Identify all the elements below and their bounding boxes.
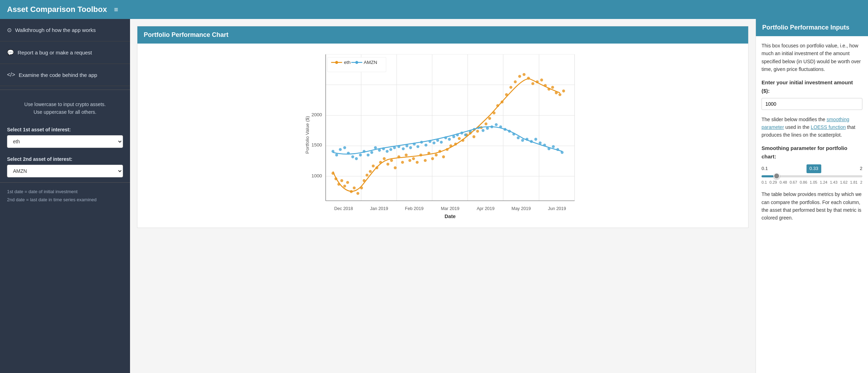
investment-label: Enter your initial investment amount ($)… <box>762 78 862 95</box>
slider-desc-mid: used in the <box>784 124 811 130</box>
comment-icon: 💬 <box>7 49 14 56</box>
slider-current-value: 0.33 <box>807 164 821 173</box>
svg-text:Feb 2019: Feb 2019 <box>405 206 423 211</box>
slider-description: The slider below modifies the smoothing … <box>762 116 862 139</box>
svg-point-48 <box>405 153 408 156</box>
svg-point-69 <box>485 123 487 125</box>
svg-point-31 <box>346 181 349 184</box>
svg-point-85 <box>551 86 554 89</box>
slider-ticks: 0.1 0.29 0.48 0.67 0.86 1.05 1.24 1.43 1… <box>762 179 862 186</box>
investment-input[interactable] <box>762 98 862 110</box>
svg-point-56 <box>435 153 438 156</box>
svg-point-120 <box>452 135 455 138</box>
svg-point-38 <box>369 170 372 173</box>
chart-panel: Portfolio Performance Chart <box>137 26 749 228</box>
asset2-section: Select 2nd asset of interest: AMZN AAPL … <box>0 153 130 182</box>
sidebar-item-examine-code[interactable]: </> Examine the code behind the app <box>0 64 130 86</box>
slider-min-label: 0.1 <box>762 165 768 172</box>
slider-container: 0.1 0.33 2 0.1 0.29 0.48 0.67 0.86 1.05 … <box>762 164 862 185</box>
svg-point-76 <box>514 80 517 83</box>
right-panel-body: This box focuses on portfolio value, i.e… <box>756 36 868 233</box>
svg-point-78 <box>523 73 525 76</box>
svg-point-151 <box>355 61 358 64</box>
chart-body: 1000 1500 2000 Portfolio Value ($) Dec 2… <box>137 44 748 228</box>
svg-point-47 <box>401 161 404 164</box>
svg-text:2000: 2000 <box>311 112 322 117</box>
svg-text:1000: 1000 <box>311 173 322 178</box>
svg-point-119 <box>448 138 451 140</box>
svg-point-143 <box>552 145 555 148</box>
svg-point-123 <box>464 133 467 136</box>
slider-track <box>762 175 862 177</box>
sidebar: ⊙ Walkthrough of how the app works 💬 Rep… <box>0 19 130 373</box>
svg-point-39 <box>372 164 375 167</box>
svg-point-96 <box>359 153 362 156</box>
github-icon: ⊙ <box>7 27 12 33</box>
asset1-select[interactable]: eth btc AAPL <box>7 135 123 148</box>
sidebar-item-report-bug-label: Report a bug or make a request <box>18 50 92 55</box>
svg-point-113 <box>425 144 427 146</box>
svg-point-51 <box>416 161 419 164</box>
slider-thumb <box>773 173 780 179</box>
svg-point-43 <box>387 163 389 165</box>
svg-point-80 <box>531 82 534 85</box>
svg-point-87 <box>558 93 561 96</box>
chart-panel-header: Portfolio Performance Chart <box>137 26 748 44</box>
svg-point-75 <box>510 86 512 89</box>
svg-point-34 <box>356 192 359 195</box>
sidebar-item-walkthrough-label: Walkthrough of how the app works <box>15 27 96 33</box>
info-text-2: Use uppercase for all others. <box>7 108 123 116</box>
svg-point-139 <box>534 138 537 140</box>
portfolio-chart-svg: 1000 1500 2000 Portfolio Value ($) Dec 2… <box>141 47 745 223</box>
svg-point-95 <box>355 157 358 160</box>
svg-point-77 <box>518 75 521 78</box>
svg-point-50 <box>412 157 415 160</box>
svg-point-58 <box>442 155 445 158</box>
svg-text:eth: eth <box>344 60 351 65</box>
svg-point-115 <box>433 142 435 144</box>
svg-point-45 <box>394 166 396 169</box>
loess-function-link[interactable]: LOESS function <box>811 124 846 130</box>
svg-point-117 <box>440 141 443 144</box>
svg-rect-146 <box>328 57 386 72</box>
svg-text:Jun 2019: Jun 2019 <box>548 206 566 211</box>
svg-point-100 <box>374 146 377 149</box>
svg-point-37 <box>365 174 368 176</box>
svg-text:AMZN: AMZN <box>364 60 377 65</box>
svg-point-128 <box>486 127 489 130</box>
svg-text:Dec 2018: Dec 2018 <box>334 206 353 211</box>
svg-point-53 <box>424 159 427 162</box>
svg-point-107 <box>402 147 404 150</box>
date-info-1: 1st date = date of initial investment <box>7 188 123 196</box>
svg-point-42 <box>383 157 386 160</box>
svg-point-62 <box>458 137 461 140</box>
svg-text:May 2019: May 2019 <box>511 206 531 211</box>
svg-text:Mar 2019: Mar 2019 <box>441 206 459 211</box>
svg-rect-0 <box>326 54 575 201</box>
table-description: The table below provides metrics by whic… <box>762 190 862 222</box>
svg-text:Portfolio Value ($): Portfolio Value ($) <box>305 116 310 153</box>
sidebar-item-report-bug[interactable]: 💬 Report a bug or make a request <box>0 41 130 64</box>
svg-point-104 <box>389 148 392 151</box>
svg-point-130 <box>495 123 498 126</box>
svg-point-103 <box>386 150 389 153</box>
sidebar-info: Use lowercase to input crypto assets. Us… <box>0 93 130 123</box>
right-panel-description: This box focuses on portfolio value, i.e… <box>762 42 862 73</box>
slider-desc-prefix: The slider below modifies the <box>762 117 827 122</box>
asset2-select[interactable]: AMZN AAPL GOOG <box>7 165 123 177</box>
svg-text:Date: Date <box>445 214 456 220</box>
info-text-1: Use lowercase to input crypto assets. <box>7 100 123 108</box>
menu-icon[interactable]: ≡ <box>114 6 118 14</box>
svg-point-111 <box>416 145 419 148</box>
right-panel-header: Portfolio Performance Inputs <box>756 19 868 36</box>
svg-point-66 <box>472 135 475 138</box>
svg-point-92 <box>343 146 346 149</box>
svg-point-33 <box>353 186 356 189</box>
svg-point-67 <box>476 130 479 132</box>
svg-point-49 <box>408 159 411 162</box>
asset2-label: Select 2nd asset of interest: <box>7 156 123 162</box>
app-title: Asset Comparison Toolbox <box>7 5 107 14</box>
svg-point-29 <box>340 179 343 182</box>
sidebar-item-walkthrough[interactable]: ⊙ Walkthrough of how the app works <box>0 19 130 41</box>
svg-point-30 <box>343 185 346 188</box>
